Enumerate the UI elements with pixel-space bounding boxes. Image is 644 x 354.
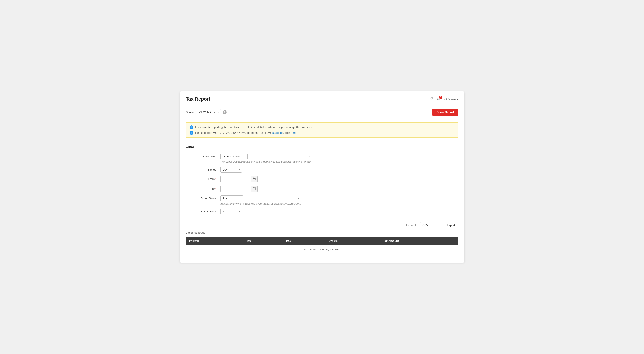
from-label: From* — [186, 176, 220, 181]
empty-rows-select[interactable]: No Yes — [220, 209, 242, 214]
data-table: Interval Tax Rate Orders Tax Amount We c… — [186, 237, 458, 254]
from-control — [220, 176, 258, 182]
period-control: Day Month Year ▾ — [220, 167, 242, 173]
svg-line-1 — [432, 99, 433, 100]
from-calendar-button[interactable] — [251, 176, 258, 182]
filter-section: Filter Date Used Order Created Order Upd… — [180, 142, 464, 220]
col-orders: Orders — [325, 237, 380, 245]
here-link[interactable]: here — [291, 131, 296, 134]
table-body: We couldn't find any records. — [186, 245, 458, 254]
notification-count: 0 — [439, 96, 442, 99]
order-status-arrow: ▾ — [298, 197, 299, 200]
admin-name: Admin — [448, 98, 456, 101]
scope-label: Scope: — [186, 110, 195, 114]
filter-title: Filter — [186, 145, 458, 149]
empty-rows-row: Empty Rows No Yes ▾ — [186, 209, 458, 214]
records-count: 0 records found — [180, 230, 464, 235]
from-required: * — [215, 177, 216, 181]
info-icon-1: i — [190, 125, 194, 129]
svg-point-3 — [445, 98, 446, 99]
no-records-message: We couldn't find any records. — [186, 245, 458, 254]
order-status-row: Order Status Any Pending Processing Comp… — [186, 195, 458, 205]
info-row-1: i For accurate reporting, be sure to ref… — [190, 125, 455, 129]
svg-rect-4 — [253, 178, 256, 180]
date-used-arrow: ▾ — [308, 155, 310, 158]
scope-bar: Scope: All Websites ▾ ? Show Report — [180, 106, 464, 118]
export-format-select[interactable]: CSV Excel XML — [420, 222, 442, 228]
order-status-select-wrapper: Any Pending Processing Complete Closed C… — [220, 195, 301, 201]
table-header: Interval Tax Rate Orders Tax Amount — [186, 237, 458, 245]
date-used-row: Date Used Order Created Order Updated ▾ … — [186, 154, 458, 163]
to-control — [220, 186, 258, 192]
col-tax: Tax — [243, 237, 282, 245]
notification-bell[interactable]: 0 — [437, 97, 441, 101]
to-required: * — [215, 187, 216, 190]
header-right: 0 Admin ▾ — [430, 97, 458, 101]
export-button[interactable]: Export — [444, 222, 458, 228]
statistics-link[interactable]: statistics — [272, 131, 283, 134]
order-status-label: Order Status — [186, 195, 220, 200]
date-used-hint: The Order Updated report is created in r… — [220, 160, 312, 163]
export-row: Export to: CSV Excel XML ▾ Export — [180, 220, 464, 230]
info-icon-2: i — [190, 131, 194, 135]
info-text-1: For accurate reporting, be sure to refre… — [195, 125, 314, 129]
admin-user-menu[interactable]: Admin ▾ — [444, 98, 458, 101]
info-box: i For accurate reporting, be sure to ref… — [186, 122, 458, 138]
search-icon[interactable] — [430, 97, 434, 101]
export-select-wrapper: CSV Excel XML ▾ — [420, 222, 442, 228]
from-date-input[interactable] — [220, 176, 251, 182]
show-report-button[interactable]: Show Report — [432, 109, 458, 116]
help-icon[interactable]: ? — [223, 110, 226, 114]
page-title: Tax Report — [186, 96, 210, 102]
date-used-label: Date Used — [186, 154, 220, 158]
to-date-input[interactable] — [220, 186, 251, 192]
period-label: Period — [186, 167, 220, 171]
empty-rows-select-wrapper: No Yes ▾ — [220, 209, 242, 214]
order-status-select[interactable]: Any Pending Processing Complete Closed C… — [220, 195, 243, 201]
empty-rows-label: Empty Rows — [186, 209, 220, 213]
date-used-control: Order Created Order Updated ▾ The Order … — [220, 154, 312, 163]
no-records-row: We couldn't find any records. — [186, 245, 458, 254]
svg-rect-8 — [253, 187, 256, 190]
col-tax-amount: Tax Amount — [380, 237, 458, 245]
info-row-2: i Last updated: Mar 12, 2024, 2:55:46 PM… — [190, 131, 455, 135]
from-date-wrapper — [220, 176, 258, 182]
svg-point-2 — [439, 100, 439, 101]
export-label: Export to: — [406, 223, 418, 227]
to-calendar-button[interactable] — [251, 186, 258, 192]
admin-dropdown-arrow: ▾ — [457, 98, 458, 101]
empty-rows-control: No Yes ▾ — [220, 209, 242, 214]
col-interval: Interval — [186, 237, 243, 245]
period-select-wrapper: Day Month Year ▾ — [220, 167, 242, 173]
top-header: Tax Report 0 Admin — [180, 92, 464, 106]
date-used-select-wrapper: Order Created Order Updated ▾ — [220, 154, 312, 159]
table-header-row: Interval Tax Rate Orders Tax Amount — [186, 237, 458, 245]
page-wrapper: Tax Report 0 Admin — [180, 92, 464, 262]
scope-dropdown[interactable]: All Websites — [197, 109, 221, 115]
to-row: To* — [186, 186, 458, 192]
scope-dropdown-wrapper: All Websites ▾ — [197, 109, 221, 115]
scope-left: Scope: All Websites ▾ ? — [186, 109, 226, 115]
from-row: From* — [186, 176, 458, 182]
period-select[interactable]: Day Month Year — [220, 167, 242, 173]
to-label: To* — [186, 186, 220, 190]
order-status-control: Any Pending Processing Complete Closed C… — [220, 195, 301, 205]
info-text-2: Last updated: Mar 12, 2024, 2:55:46 PM. … — [195, 131, 297, 135]
date-used-select[interactable]: Order Created Order Updated — [220, 154, 248, 159]
period-row: Period Day Month Year ▾ — [186, 167, 458, 173]
order-status-hint: Applies to Any of the Specified Order St… — [220, 202, 301, 205]
col-rate: Rate — [282, 237, 325, 245]
to-date-wrapper — [220, 186, 258, 192]
